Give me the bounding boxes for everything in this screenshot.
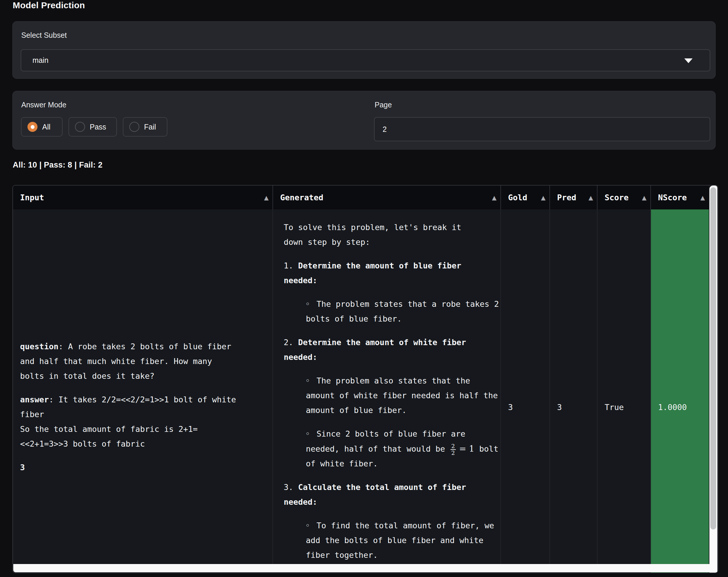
generated-text-line: needed: bbox=[284, 350, 500, 365]
paragraph-gap bbox=[284, 288, 500, 297]
radio-unselected-icon[interactable] bbox=[75, 122, 85, 132]
column-header-nscore[interactable]: NScore▲ bbox=[651, 186, 709, 210]
input-text-line: bolts in total does it take? bbox=[20, 369, 265, 384]
horizontal-scrollbar[interactable] bbox=[13, 564, 718, 572]
cell-gold[interactable]: 3 bbox=[501, 210, 550, 573]
vertical-scrollbar[interactable] bbox=[709, 186, 718, 573]
vertical-scrollbar-thumb[interactable] bbox=[710, 187, 716, 529]
input-text-line: question: A robe takes 2 bolts of blue f… bbox=[20, 339, 265, 354]
generated-text-line: 2. Determine the amount of white fiber bbox=[284, 335, 500, 350]
score-value: True bbox=[605, 403, 643, 412]
generated-text-line: add the bolts of blue fiber and white bbox=[284, 533, 500, 548]
pred-value: 3 bbox=[557, 403, 590, 412]
page-title: Model Prediction bbox=[13, 0, 85, 10]
generated-text-line: To solve this problem, let's break it bbox=[284, 220, 500, 235]
column-header-label: Gold bbox=[508, 193, 527, 202]
cell-nscore[interactable]: 1.0000 bbox=[651, 210, 709, 573]
cell-input[interactable]: question: A robe takes 2 bolts of blue f… bbox=[13, 210, 273, 573]
generated-text-line: needed: bbox=[284, 495, 500, 510]
sort-ascending-icon[interactable]: ▲ bbox=[642, 194, 647, 201]
filter-panel: Answer Mode AllPassFail Page 2 bbox=[12, 91, 716, 149]
answer-mode-option-pass[interactable]: Pass bbox=[69, 117, 117, 137]
cell-score[interactable]: True bbox=[598, 210, 651, 573]
radio-option-label: Pass bbox=[90, 123, 106, 131]
paragraph-gap bbox=[284, 510, 500, 518]
generated-text-line: 1. Determine the amount of blue fiber bbox=[284, 258, 500, 273]
sort-ascending-icon[interactable]: ▲ bbox=[589, 194, 593, 201]
generated-text-line: ◦To find the total amount of fiber, we bbox=[284, 518, 500, 533]
gold-value: 3 bbox=[508, 403, 542, 412]
subset-selected-value: main bbox=[32, 56, 48, 64]
bullet-icon: ◦ bbox=[305, 376, 310, 385]
radio-selected-icon[interactable] bbox=[27, 122, 37, 132]
column-header-label: Input bbox=[20, 193, 44, 202]
cell-generated[interactable]: To solve this problem, let's break itdow… bbox=[273, 210, 501, 573]
bullet-icon: ◦ bbox=[305, 429, 310, 438]
generated-text-line: amount of white fiber needed is half the bbox=[284, 388, 500, 403]
generated-text-line: of white fiber. bbox=[284, 456, 500, 471]
page-number-value: 2 bbox=[383, 125, 387, 134]
column-header-label: Generated bbox=[280, 193, 323, 202]
column-header-generated[interactable]: Generated▲ bbox=[273, 186, 501, 210]
cell-pred[interactable]: 3 bbox=[550, 210, 598, 573]
subset-label: Select Subset bbox=[21, 31, 67, 39]
chevron-down-icon[interactable] bbox=[684, 58, 693, 63]
input-text-line: 3 bbox=[20, 460, 265, 475]
sort-ascending-icon[interactable]: ▲ bbox=[264, 194, 269, 201]
sort-ascending-icon[interactable]: ▲ bbox=[492, 194, 497, 201]
radio-option-label: All bbox=[42, 123, 51, 131]
paragraph-gap bbox=[284, 471, 500, 480]
generated-text-line: ◦The problem also states that the bbox=[284, 374, 500, 388]
generated-text-line: ◦The problem states that a robe takes 2 bbox=[284, 297, 500, 311]
input-text-line: fiber bbox=[20, 407, 265, 422]
input-text-line: and half that much white fiber. How many bbox=[20, 354, 265, 369]
column-header-pred[interactable]: Pred▲ bbox=[550, 186, 598, 210]
answer-mode-option-fail[interactable]: Fail bbox=[123, 117, 167, 137]
generated-text-line: needed, half of that would be 22 = 1 bol… bbox=[284, 441, 500, 456]
column-header-label: Score bbox=[605, 193, 628, 202]
column-header-input[interactable]: Input▲ bbox=[13, 186, 273, 210]
column-header-gold[interactable]: Gold▲ bbox=[501, 186, 550, 210]
counts-summary: All: 10 | Pass: 8 | Fail: 2 bbox=[13, 161, 102, 170]
generated-text-line: 3. Calculate the total amount of fiber bbox=[284, 480, 500, 495]
generated-text-line: ◦Since 2 bolts of blue fiber are bbox=[284, 427, 500, 441]
results-table: Input▲Generated▲Gold▲Pred▲Score▲NScore▲ … bbox=[12, 185, 718, 573]
paragraph-gap bbox=[284, 418, 500, 427]
answer-mode-label: Answer Mode bbox=[21, 101, 67, 109]
input-text-line: So the total amount of fabric is 2+1= bbox=[20, 422, 265, 437]
sort-ascending-icon[interactable]: ▲ bbox=[701, 194, 705, 201]
paragraph-gap bbox=[20, 384, 265, 392]
column-header-score[interactable]: Score▲ bbox=[598, 186, 651, 210]
math-fraction: 22 bbox=[450, 443, 456, 456]
answer-mode-radio-group: AllPassFail bbox=[21, 117, 167, 137]
paragraph-gap bbox=[284, 365, 500, 374]
generated-text-line: fiber together. bbox=[284, 548, 500, 562]
bullet-icon: ◦ bbox=[305, 521, 310, 530]
input-text-line: answer: It takes 2/2=<<2/2=1>>1 bolt of … bbox=[20, 392, 265, 407]
paragraph-gap bbox=[284, 250, 500, 258]
bullet-icon: ◦ bbox=[305, 299, 310, 308]
column-header-label: NScore bbox=[658, 193, 687, 202]
radio-unselected-icon[interactable] bbox=[129, 122, 139, 132]
generated-text-line: down step by step: bbox=[284, 235, 500, 250]
generated-text-line: amount of blue fiber. bbox=[284, 403, 500, 418]
paragraph-gap bbox=[284, 326, 500, 335]
table-header-row: Input▲Generated▲Gold▲Pred▲Score▲NScore▲ bbox=[13, 186, 718, 210]
paragraph-gap bbox=[20, 451, 265, 460]
column-header-label: Pred bbox=[557, 193, 576, 202]
radio-option-label: Fail bbox=[144, 123, 156, 131]
table-row: question: A robe takes 2 bolts of blue f… bbox=[13, 210, 718, 573]
page-number-input[interactable]: 2 bbox=[374, 117, 710, 141]
page-label: Page bbox=[374, 101, 392, 109]
subset-select[interactable]: main bbox=[21, 49, 710, 72]
subset-panel: Select Subset main bbox=[12, 21, 716, 79]
answer-mode-option-all[interactable]: All bbox=[21, 117, 62, 137]
nscore-value: 1.0000 bbox=[658, 403, 702, 412]
sort-ascending-icon[interactable]: ▲ bbox=[541, 194, 546, 201]
generated-text-line: bolts of blue fiber. bbox=[284, 311, 500, 326]
input-text-line: <<2+1=3>>3 bolts of fabric bbox=[20, 437, 265, 451]
generated-text-line: needed: bbox=[284, 273, 500, 288]
